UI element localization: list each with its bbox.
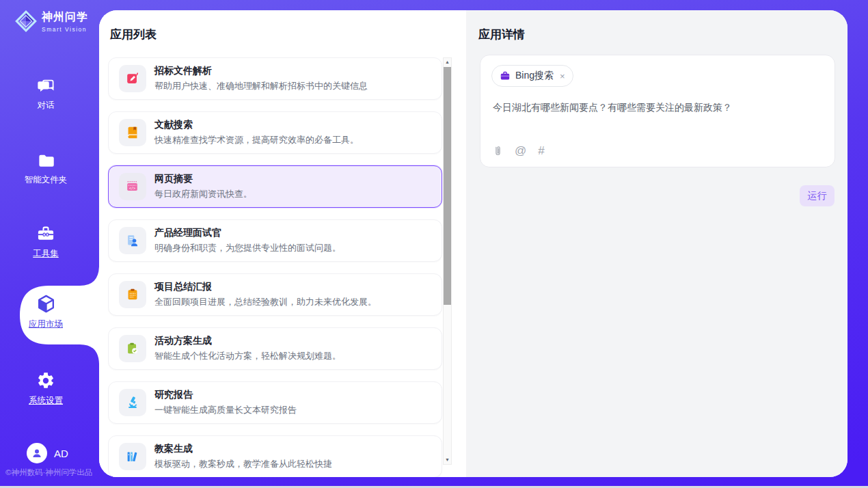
sidebar-item-label: 系统设置 bbox=[29, 395, 63, 407]
brand-name: 神州问学 bbox=[42, 10, 88, 25]
app-card-pm-interviewer[interactable]: 产品经理面试官 明确身份和职责，为您提供专业性的面试问题。 bbox=[108, 219, 442, 262]
hash-icon[interactable]: # bbox=[538, 145, 544, 157]
app-title: 项目总结汇报 bbox=[154, 281, 377, 293]
content-panel: 应用列表 招标文件解析 帮助用户快速、准确地理解和解析招标书中的关键信息 bbox=[99, 10, 847, 477]
scrollbar-up-arrow[interactable]: ▲ bbox=[444, 58, 451, 66]
sidebar-item-settings[interactable]: 系统设置 bbox=[0, 371, 92, 407]
app-desc: 全面回顾项目进展，总结经验教训，助力未来优化发展。 bbox=[154, 296, 377, 308]
app-desc: 帮助用户快速、准确地理解和解析招标书中的关键信息 bbox=[154, 80, 368, 92]
app-desc: 快速精准查找学术资源，提高研究效率的必备工具。 bbox=[154, 134, 359, 146]
app-card-event-plan[interactable]: 活动方案生成 智能生成个性化活动方案，轻松解决规划难题。 bbox=[108, 327, 442, 370]
app-detail-title: 应用详情 bbox=[478, 27, 525, 42]
svg-text:</>: </> bbox=[129, 186, 135, 190]
briefcase-icon bbox=[500, 70, 511, 81]
user-initials: AD bbox=[54, 448, 68, 459]
book-icon bbox=[119, 119, 146, 146]
books-icon bbox=[119, 443, 146, 470]
app-desc: 智能生成个性化活动方案，轻松解决规划难题。 bbox=[154, 350, 341, 362]
app-desc: 每日政府新闻资讯快查。 bbox=[154, 188, 252, 200]
gear-icon bbox=[36, 371, 55, 390]
person-icon bbox=[31, 447, 43, 459]
app-desc: 明确身份和职责，为您提供专业性的面试问题。 bbox=[154, 242, 341, 254]
plan-check-icon bbox=[119, 335, 146, 362]
brand-subtitle: Smart Vision bbox=[42, 26, 88, 33]
app-desc: 模板驱动，教案秒成，教学准备从此轻松快捷 bbox=[154, 458, 332, 470]
app-card-research-report[interactable]: 研究报告 一键智能生成高质量长文本研究报告 bbox=[108, 381, 442, 424]
microscope-icon bbox=[119, 389, 146, 416]
run-button[interactable]: 运行 bbox=[800, 185, 835, 206]
scrollbar-thumb[interactable] bbox=[444, 67, 451, 305]
toolbox-icon bbox=[36, 224, 55, 243]
user-account[interactable]: AD bbox=[27, 443, 68, 463]
prompt-card[interactable]: Bing搜索 × 今日湖北有哪些新闻要点？有哪些需要关注的最新政策？ @ # bbox=[480, 55, 835, 167]
app-title: 产品经理面试官 bbox=[154, 227, 341, 239]
app-card-lesson-plan[interactable]: 教案生成 模板驱动，教案秒成，教学准备从此轻松快捷 bbox=[108, 435, 442, 477]
app-window: 神州问学 Smart Vision 对话 智能文件夹 bbox=[0, 0, 868, 488]
sidebar-item-smart-folder[interactable]: 智能文件夹 bbox=[0, 151, 92, 186]
input-toolbar: @ # bbox=[493, 145, 545, 157]
app-title: 网页摘要 bbox=[154, 173, 252, 185]
app-desc: 一键智能生成高质量长文本研究报告 bbox=[154, 404, 297, 416]
cube-icon bbox=[36, 293, 57, 314]
tool-tag-close-icon[interactable]: × bbox=[560, 71, 565, 81]
sidebar-item-label: 智能文件夹 bbox=[25, 174, 68, 186]
paperclip-icon[interactable] bbox=[493, 145, 503, 157]
document-pen-icon bbox=[119, 65, 146, 92]
diamond-logo-icon bbox=[14, 9, 38, 33]
sidebar-item-chat[interactable]: 对话 bbox=[0, 77, 92, 111]
app-title: 教案生成 bbox=[154, 443, 332, 455]
app-card-literature-search[interactable]: 文献搜索 快速精准查找学术资源，提高研究效率的必备工具。 bbox=[108, 111, 442, 154]
app-card-bid-parse[interactable]: 招标文件解析 帮助用户快速、准确地理解和解析招标书中的关键信息 bbox=[108, 57, 442, 100]
query-text[interactable]: 今日湖北有哪些新闻要点？有哪些需要关注的最新政策？ bbox=[493, 102, 821, 114]
app-title: 研究报告 bbox=[154, 389, 297, 401]
app-list-title: 应用列表 bbox=[110, 27, 157, 42]
copyright-text: ©神州数码·神州问学出品 bbox=[5, 467, 92, 478]
app-title: 文献搜索 bbox=[154, 119, 359, 131]
app-title: 招标文件解析 bbox=[154, 65, 368, 77]
chat-icon bbox=[37, 77, 55, 95]
folder-icon bbox=[37, 151, 55, 170]
browser-code-icon: </> bbox=[119, 173, 146, 200]
app-card-list: 招标文件解析 帮助用户快速、准确地理解和解析招标书中的关键信息 文献搜索 bbox=[108, 57, 442, 477]
sidebar-item-toolset[interactable]: 工具集 bbox=[0, 224, 92, 260]
clipboard-icon bbox=[119, 281, 146, 308]
app-card-web-summary[interactable]: </> 网页摘要 每日政府新闻资讯快查。 bbox=[108, 165, 442, 208]
sidebar-item-label: 对话 bbox=[38, 100, 55, 111]
sidebar-item-label: 应用市场 bbox=[29, 318, 63, 330]
sidebar: 神州问学 Smart Vision 对话 智能文件夹 bbox=[0, 0, 99, 488]
scrollbar-down-arrow[interactable]: ▼ bbox=[444, 456, 451, 464]
app-title: 活动方案生成 bbox=[154, 335, 341, 347]
at-icon[interactable]: @ bbox=[515, 145, 526, 157]
avatar bbox=[27, 443, 47, 463]
list-scrollbar[interactable]: ▲ ▼ bbox=[443, 57, 452, 465]
tool-tag-label: Bing搜索 bbox=[515, 70, 554, 82]
app-list-panel: 应用列表 招标文件解析 帮助用户快速、准确地理解和解析招标书中的关键信息 bbox=[99, 10, 466, 477]
sidebar-item-app-market[interactable]: 应用市场 bbox=[0, 293, 92, 330]
brand-logo: 神州问学 Smart Vision bbox=[14, 9, 88, 33]
app-detail-panel: 应用详情 Bing搜索 × 今日湖北有哪些新闻要点？有哪些需要关注的最新政策？ bbox=[466, 10, 847, 477]
tool-tag-bing-search[interactable]: Bing搜索 × bbox=[491, 65, 573, 87]
app-card-project-summary[interactable]: 项目总结汇报 全面回顾项目进展，总结经验教训，助力未来优化发展。 bbox=[108, 273, 442, 316]
interviewer-icon bbox=[119, 227, 146, 254]
sidebar-item-label: 工具集 bbox=[33, 248, 59, 260]
